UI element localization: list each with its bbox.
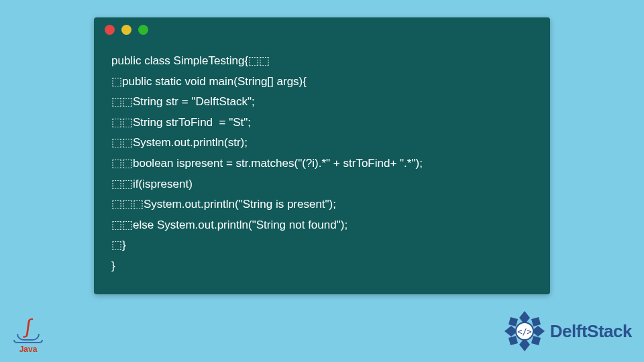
java-steam-icon: ∫ xyxy=(25,322,32,330)
delftstack-logo: </> DelftStack xyxy=(503,310,632,353)
delftstack-badge-icon: </> xyxy=(503,310,546,353)
svg-marker-7 xyxy=(531,336,541,345)
svg-marker-4 xyxy=(508,317,518,326)
java-label: Java xyxy=(19,345,38,354)
minimize-icon[interactable] xyxy=(121,25,131,35)
close-icon[interactable] xyxy=(105,25,115,35)
window-titlebar xyxy=(94,17,550,42)
maximize-icon[interactable] xyxy=(138,25,148,35)
java-cup-icon xyxy=(17,334,40,341)
delftstack-text: DelftStack xyxy=(550,321,632,342)
svg-marker-6 xyxy=(508,336,518,345)
svg-text:</>: </> xyxy=(517,327,532,337)
code-window: public class SimpleTesting{⬚⬚ ⬚public st… xyxy=(94,17,550,294)
code-body: public class SimpleTesting{⬚⬚ ⬚public st… xyxy=(94,42,550,294)
svg-marker-5 xyxy=(531,317,541,326)
java-logo: ∫ Java xyxy=(8,307,48,354)
